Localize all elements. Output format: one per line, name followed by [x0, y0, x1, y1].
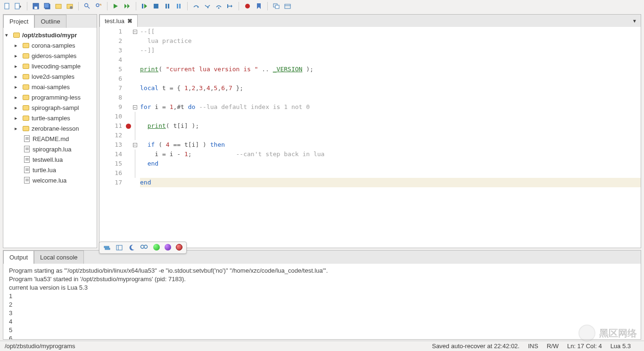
tree-file[interactable]: testwell.lua [3, 154, 97, 165]
run-icon[interactable] [112, 2, 120, 10]
run-continue-icon[interactable] [123, 2, 132, 10]
code-line[interactable] [140, 131, 641, 140]
save-all-icon[interactable] [43, 2, 51, 10]
breakpoint-margin[interactable] [125, 131, 132, 140]
settings-icon[interactable] [283, 2, 292, 10]
line-number[interactable]: 4 [99, 55, 122, 65]
find-icon[interactable] [83, 2, 91, 10]
fold-toggle[interactable]: − [133, 30, 137, 34]
line-number[interactable]: 13 [99, 140, 122, 150]
tree-file[interactable]: welcome.lua [3, 175, 97, 185]
breakpoint-margin[interactable] [125, 112, 132, 121]
tree-file[interactable]: spirograph.lua [3, 144, 97, 154]
windows-icon[interactable] [272, 2, 281, 10]
fold-toggle[interactable]: − [133, 143, 137, 147]
tree-folder[interactable]: ▸zerobrane-lesson [3, 123, 97, 134]
breakpoint-margin[interactable] [125, 46, 132, 55]
tree-folder[interactable]: ▸spirograph-sampl [3, 102, 97, 113]
red-dot-icon[interactable] [176, 244, 182, 251]
line-number[interactable]: 6 [99, 74, 122, 84]
close-icon[interactable]: ✖ [127, 17, 132, 25]
breakpoint-margin[interactable] [125, 178, 132, 187]
line-number[interactable]: 5 [99, 65, 122, 74]
pause-icon[interactable] [163, 2, 172, 10]
fold-toggle[interactable]: − [133, 105, 137, 109]
stop-icon[interactable] [152, 2, 160, 10]
tree-folder[interactable]: ▸gideros-samples [3, 50, 97, 61]
line-number[interactable]: 12 [99, 131, 122, 140]
bookmark-icon[interactable] [255, 2, 263, 10]
run-to-icon[interactable] [226, 2, 234, 10]
line-number[interactable]: 10 [99, 112, 122, 121]
breakpoint-margin[interactable] [125, 55, 132, 65]
new-menu-icon[interactable] [14, 2, 23, 10]
project-icon[interactable] [54, 2, 63, 10]
line-number[interactable]: 2 [99, 36, 122, 46]
tree-root[interactable]: ▾/opt/zbstudio/mypr [3, 30, 97, 40]
tree-file[interactable]: README.md [3, 134, 97, 144]
code-line[interactable]: print( "current lua version is " .. _VER… [140, 65, 641, 74]
breakpoint-margin[interactable] [125, 140, 132, 150]
editor-body[interactable]: 1234567891011121314151617 −−− --[[ lua p… [99, 27, 641, 248]
link-icon[interactable] [140, 244, 149, 251]
breakpoint-margin[interactable] [125, 36, 132, 46]
code-line[interactable]: print( t[i] ); [140, 121, 641, 131]
stack-icon[interactable] [103, 244, 111, 251]
breakpoint-margin[interactable] [125, 150, 132, 159]
breakpoint-margin[interactable] [125, 27, 132, 36]
code-line[interactable]: for i = 1,#t do --lua default index is 1… [140, 102, 641, 112]
breakpoint-margin[interactable] [125, 74, 132, 84]
purple-dot-icon[interactable] [165, 244, 171, 251]
tab-local-console[interactable]: Local console [34, 251, 84, 264]
tab-output[interactable]: Output [3, 251, 34, 264]
code-line[interactable]: end [140, 159, 641, 168]
code-line[interactable]: end [140, 178, 641, 187]
line-number[interactable]: 16 [99, 168, 122, 178]
breakpoint-margin[interactable] [125, 102, 132, 112]
code-line[interactable]: --[[ [140, 27, 641, 36]
debug-toolbar[interactable] [99, 242, 187, 254]
step-over-icon[interactable] [192, 2, 200, 10]
code-line[interactable]: --]] [140, 46, 641, 55]
tree-folder[interactable]: ▸love2d-samples [3, 71, 97, 82]
break-icon[interactable] [174, 2, 183, 10]
code-line[interactable] [140, 55, 641, 65]
line-number[interactable]: 1 [99, 27, 122, 36]
save-icon[interactable] [32, 2, 40, 10]
breakpoint-margin[interactable] [125, 121, 132, 131]
code-line[interactable] [140, 93, 641, 102]
tree-file[interactable]: turtle.lua [3, 165, 97, 175]
breakpoint-icon[interactable] [126, 124, 131, 129]
breakpoint-margin[interactable] [125, 84, 132, 93]
step-out-icon[interactable] [215, 2, 223, 10]
code-line[interactable]: lua practice [140, 36, 641, 46]
breakpoint-margin[interactable] [125, 65, 132, 74]
tree-folder[interactable]: ▸turtle-samples [3, 113, 97, 123]
watch-icon[interactable] [116, 244, 123, 251]
tab-outline[interactable]: Outline [34, 15, 66, 28]
line-number[interactable]: 9 [99, 102, 122, 112]
line-number[interactable]: 8 [99, 93, 122, 102]
code-line[interactable]: if ( 4 == t[i] ) then [140, 140, 641, 150]
code-line[interactable] [140, 112, 641, 121]
tab-project[interactable]: Project [3, 15, 34, 28]
breakpoint-margin[interactable] [125, 159, 132, 168]
line-number[interactable]: 3 [99, 46, 122, 55]
new-file-icon[interactable] [3, 2, 11, 10]
record-icon[interactable] [243, 2, 252, 10]
line-number[interactable]: 15 [99, 159, 122, 168]
editor-tab-testlua[interactable]: test.lua ✖ [99, 15, 138, 27]
project-tree[interactable]: ▾/opt/zbstudio/mypr▸corona-samples▸gider… [3, 28, 97, 248]
line-number[interactable]: 14 [99, 150, 122, 159]
tree-folder[interactable]: ▸programming-less [3, 92, 97, 102]
breakpoint-margin[interactable] [125, 93, 132, 102]
code-line[interactable] [140, 168, 641, 178]
code-line[interactable]: local t = { 1,2,3,4,5,6,7 }; [140, 84, 641, 93]
breakpoint-margin[interactable] [125, 168, 132, 178]
output-body[interactable]: Program starting as '"/opt/zbstudio/bin/… [3, 264, 641, 339]
tree-folder[interactable]: ▸livecoding-sample [3, 61, 97, 71]
tab-menu-icon[interactable]: ▼ [628, 17, 641, 25]
step-into-icon[interactable] [203, 2, 212, 10]
moon-icon[interactable] [128, 244, 135, 251]
line-number[interactable]: 17 [99, 178, 122, 187]
